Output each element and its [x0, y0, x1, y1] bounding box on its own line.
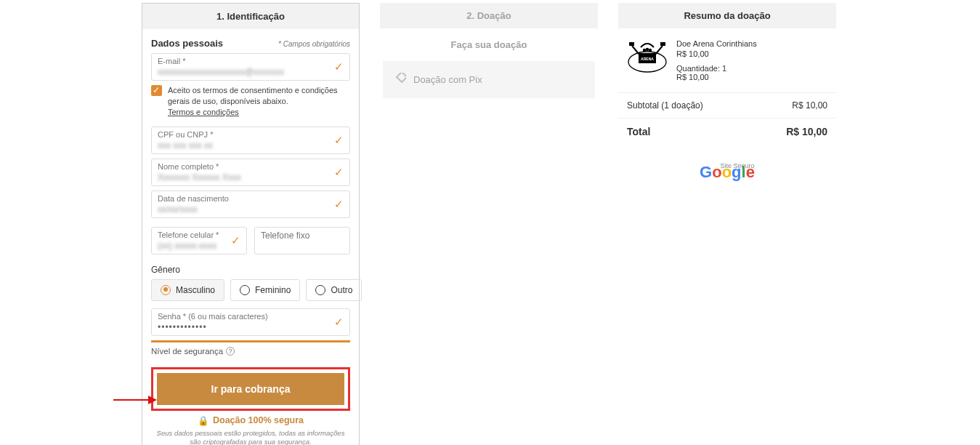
- gender-label: Gênero: [151, 265, 350, 275]
- check-icon: ✓: [334, 316, 344, 329]
- check-icon: ✓: [334, 134, 344, 147]
- birth-label: Data de nascimento: [158, 194, 328, 203]
- password-strength-bar: [151, 340, 350, 342]
- summary-panel: Resumo da doação ARENA Doe Arena Corinth…: [618, 3, 836, 445]
- check-icon: ✓: [334, 60, 344, 73]
- landline-field[interactable]: Telefone fixo: [254, 227, 350, 254]
- cpf-value: xxx xxx xxx xx: [158, 140, 213, 151]
- step1-header: 1. Identificação: [142, 4, 359, 29]
- gender-female[interactable]: Feminino: [230, 279, 300, 301]
- check-icon: ✓: [334, 166, 344, 179]
- summary-header: Resumo da doação: [618, 3, 836, 28]
- radio-icon: [240, 285, 250, 295]
- pix-icon: [394, 73, 406, 87]
- help-icon[interactable]: ?: [226, 347, 235, 356]
- gender-other-label: Outro: [331, 285, 352, 295]
- total-value: R$ 10,00: [786, 126, 827, 137]
- svg-line-6: [632, 46, 639, 55]
- total-label: Total: [627, 126, 650, 137]
- step2-header: 2. Doação: [380, 3, 598, 28]
- svg-point-11: [646, 48, 649, 51]
- svg-point-10: [643, 49, 646, 52]
- security-level-text: Nível de segurança: [151, 347, 223, 356]
- pix-option: Doação com Pix: [383, 61, 595, 98]
- proceed-billing-button[interactable]: Ir para cobrança: [157, 373, 344, 405]
- subtotal-row: Subtotal (1 doação) R$ 10,00: [618, 93, 836, 118]
- svg-rect-9: [660, 42, 665, 46]
- svg-text:ARENA: ARENA: [641, 57, 654, 61]
- svg-rect-8: [629, 42, 634, 46]
- lock-icon: 🔒: [198, 415, 209, 426]
- cellphone-field[interactable]: Telefone celular * (xx) xxxxx-xxxx ✓: [151, 227, 247, 254]
- step2-panel: 2. Doação Faça sua doação Doação com Pix: [380, 3, 598, 445]
- name-field[interactable]: Nome completo * Xxxxxxx Xxxxxx Xxxx ✓: [151, 159, 350, 186]
- svg-rect-2: [397, 73, 406, 82]
- email-label: E-mail *: [158, 57, 328, 65]
- cpf-field[interactable]: CPF ou CNPJ * xxx xxx xxx xx ✓: [151, 127, 350, 154]
- name-label: Nome completo *: [158, 162, 328, 171]
- radio-icon: [315, 285, 325, 295]
- secure-text: Doação 100% segura: [213, 415, 304, 425]
- security-level: Nível de segurança ?: [151, 347, 350, 356]
- consent-text: Aceito os termos de consentimento e cond…: [168, 86, 338, 105]
- gender-female-label: Feminino: [255, 285, 291, 295]
- cta-highlight: Ir para cobrança: [151, 367, 350, 411]
- cell-value: (xx) xxxxx-xxxx: [158, 241, 216, 251]
- cell-label: Telefone celular *: [158, 230, 224, 239]
- safe-site-text: Site Seguro: [716, 162, 759, 169]
- gender-group: Masculino Feminino Outro: [151, 279, 350, 301]
- radio-icon: [161, 285, 171, 295]
- item-qty: Quantidade: 1: [676, 64, 829, 73]
- email-field[interactable]: E-mail * xxxxxxxxxxxxxxxxxxxx@xxxx​xxx ✓: [151, 53, 350, 81]
- secure-note: Seus dados pessoais estão protegidos, to…: [151, 429, 350, 445]
- gender-other[interactable]: Outro: [306, 279, 362, 301]
- secure-line: 🔒 Doação 100% segura: [151, 415, 350, 426]
- consent-row: Aceito os termos de consentimento e cond…: [151, 85, 350, 118]
- step2-subtitle: Faça sua doação: [380, 39, 598, 50]
- email-value: xxxxxxxxxxxxxxxxxxxx@xxxx​xxx: [158, 67, 284, 77]
- step1-panel: 1. Identificação Dados pessoais * Campos…: [142, 3, 360, 445]
- birth-field[interactable]: Data de nascimento xx/xx/xxxx ✓: [151, 191, 350, 218]
- required-note: * Campos obrigatórios: [278, 40, 350, 48]
- product-logo: ARENA: [625, 39, 669, 76]
- terms-link[interactable]: Termos e condições: [168, 108, 239, 116]
- cpf-label: CPF ou CNPJ *: [158, 130, 328, 139]
- total-row: Total R$ 10,00: [618, 119, 836, 145]
- personal-data-heading: Dados pessoais * Campos obrigatórios: [151, 38, 350, 49]
- item-price: R$ 10,00: [676, 49, 829, 58]
- gender-male[interactable]: Masculino: [151, 279, 224, 301]
- consent-checkbox[interactable]: [151, 85, 162, 96]
- section-title: Dados pessoais: [151, 38, 223, 49]
- svg-line-7: [655, 46, 663, 55]
- password-label: Senha * (6 ou mais caracteres): [158, 312, 328, 321]
- landline-placeholder: Telefone fixo: [261, 230, 309, 241]
- item-line-total: R$ 10,00: [676, 73, 829, 81]
- subtotal-label: Subtotal (1 doação): [627, 100, 703, 111]
- pix-label: Doação com Pix: [413, 74, 482, 85]
- gender-male-label: Masculino: [176, 285, 215, 295]
- summary-item: ARENA Doe Arena Corinthians R$ 10,00 Qua…: [618, 28, 836, 92]
- name-value: Xxxxxxx Xxxxxx Xxxx: [158, 172, 241, 183]
- password-field[interactable]: Senha * (6 ou mais caracteres) •••••••••…: [151, 308, 350, 336]
- svg-point-12: [649, 49, 652, 52]
- check-icon: ✓: [334, 198, 344, 211]
- birth-value: xx/xx/xxxx: [158, 204, 198, 215]
- password-value: •••••••••••••: [158, 322, 207, 332]
- subtotal-value: R$ 10,00: [792, 100, 827, 111]
- google-safe-badge: Site Seguro Google: [618, 163, 836, 182]
- check-icon: ✓: [231, 234, 240, 247]
- item-name: Doe Arena Corinthians: [676, 39, 829, 48]
